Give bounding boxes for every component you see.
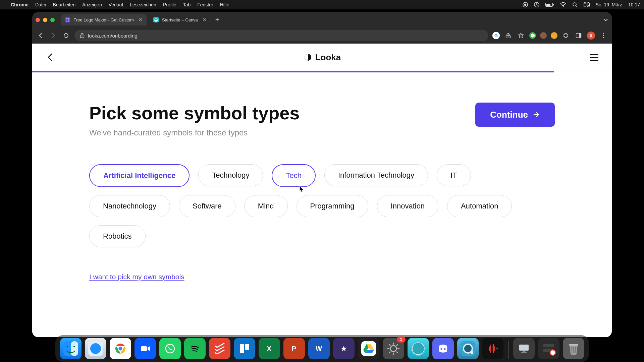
svg-rect-16: [579, 34, 581, 38]
minimize-window-button[interactable]: [43, 18, 47, 22]
close-window-button[interactable]: [36, 18, 40, 22]
close-tab-icon[interactable]: ✕: [139, 17, 143, 22]
kebab-menu-icon[interactable]: [599, 31, 608, 40]
extension-icon[interactable]: [551, 32, 557, 39]
symbol-type-chip[interactable]: Robotics: [89, 225, 146, 247]
symbol-type-chip[interactable]: Mind: [244, 195, 288, 217]
control-center-icon[interactable]: [584, 2, 590, 7]
dock-app-display[interactable]: [513, 338, 535, 359]
browser-tab-active[interactable]: ❏ Free Logo Maker - Get Custom ✕: [61, 14, 147, 25]
dock-app-zoom[interactable]: [135, 338, 156, 359]
symbol-type-chip[interactable]: Artificial Intelligence: [89, 164, 190, 187]
search-icon[interactable]: [572, 2, 578, 7]
menubar-app-name[interactable]: Chrome: [11, 2, 29, 7]
extension-icon[interactable]: [540, 32, 547, 39]
bookmark-star-icon[interactable]: [517, 31, 525, 40]
wifi-icon[interactable]: [560, 2, 566, 7]
menubar-item[interactable]: Tab: [183, 2, 191, 7]
app-back-button[interactable]: [46, 53, 55, 62]
menubar-item[interactable]: Lesezeichen: [130, 2, 156, 7]
brand-logo[interactable]: Looka: [304, 52, 341, 63]
menubar-item[interactable]: Datei: [35, 2, 46, 7]
symbol-type-chip[interactable]: Tech: [272, 164, 315, 187]
dock-app-settings[interactable]: 1: [383, 338, 404, 359]
new-tab-button[interactable]: +: [213, 16, 221, 24]
svg-rect-32: [163, 341, 177, 356]
chip-label: Tech: [286, 171, 301, 180]
dock-app-trello[interactable]: [234, 338, 255, 359]
svg-line-82: [575, 347, 576, 353]
svg-point-6: [562, 6, 563, 7]
close-tab-icon[interactable]: ✕: [203, 17, 207, 22]
dock-app-dock-folder[interactable]: [538, 338, 559, 359]
translate-icon[interactable]: G: [492, 32, 500, 39]
chip-label: IT: [450, 171, 457, 180]
menubar-item[interactable]: Anzeigen: [82, 2, 102, 7]
menubar-date[interactable]: So. 19. März: [596, 2, 622, 7]
dock-app-drive[interactable]: [358, 338, 379, 359]
dock-app-imovie[interactable]: ★: [333, 338, 355, 359]
clock-widget-icon[interactable]: [534, 2, 539, 7]
dock-app-discord[interactable]: [432, 338, 454, 359]
menubar-item[interactable]: Verlauf: [109, 2, 123, 7]
svg-rect-39: [245, 344, 249, 350]
dock-app-powerpoint[interactable]: P: [283, 338, 305, 359]
url-field[interactable]: looka.com/onboarding: [74, 30, 488, 41]
back-icon[interactable]: [36, 31, 45, 40]
svg-rect-60: [471, 351, 473, 354]
dock-app-word[interactable]: W: [308, 338, 330, 359]
window-controls: [36, 18, 55, 22]
side-panel-icon[interactable]: [574, 31, 583, 40]
menubar-item[interactable]: Hilfe: [220, 2, 229, 7]
dock-app-spotify[interactable]: [184, 338, 206, 359]
share-icon[interactable]: [504, 31, 513, 40]
battery-icon[interactable]: [545, 2, 554, 7]
symbol-type-chip[interactable]: Automation: [447, 195, 512, 217]
dock-app-finder[interactable]: [60, 338, 82, 359]
arrow-right-icon: [533, 111, 540, 118]
menubar-item[interactable]: Bearbeiten: [53, 2, 76, 7]
menubar-item[interactable]: Fenster: [197, 2, 213, 7]
dock-app-whatsapp[interactable]: [159, 338, 181, 359]
symbol-type-chip[interactable]: Programming: [297, 195, 368, 217]
page-content: Looka Pick some symbol types We've hand-…: [32, 44, 612, 337]
symbol-type-chip[interactable]: Software: [179, 195, 235, 217]
pick-own-symbols-link[interactable]: I want to pick my own symbols: [89, 273, 184, 281]
extension-icon[interactable]: [529, 32, 536, 39]
symbol-type-chip[interactable]: Innovation: [377, 195, 439, 217]
menubar-item[interactable]: Profile: [163, 2, 176, 7]
extensions-puzzle-icon[interactable]: [561, 31, 570, 40]
address-bar: looka.com/onboarding G S: [32, 27, 612, 44]
symbol-type-chips: Artificial IntelligenceTechnologyTechInf…: [89, 164, 542, 247]
chip-label: Automation: [461, 202, 498, 210]
chip-label: Programming: [310, 202, 355, 210]
dock-app-chrome[interactable]: [110, 338, 131, 359]
svg-rect-21: [71, 341, 78, 356]
svg-point-25: [90, 343, 101, 354]
symbol-type-chip[interactable]: Information Technology: [324, 164, 428, 186]
reload-icon[interactable]: [62, 31, 70, 40]
menu-hamburger-icon[interactable]: [590, 54, 598, 61]
dock-app-audio[interactable]: [482, 338, 503, 359]
record-icon[interactable]: [523, 2, 528, 7]
svg-rect-40: [361, 341, 376, 356]
tab-overflow-icon[interactable]: [603, 17, 608, 22]
lock-icon: [80, 33, 85, 38]
continue-button[interactable]: Continue: [475, 103, 555, 127]
dock-app-excel[interactable]: X: [259, 338, 280, 359]
dock-app-quicktime[interactable]: [457, 338, 479, 359]
profile-avatar-icon[interactable]: S: [587, 32, 595, 40]
svg-rect-5: [553, 4, 554, 6]
dock-app-safari[interactable]: [85, 338, 106, 359]
browser-tab[interactable]: ◒ Startseite – Canva ✕: [149, 14, 211, 25]
chip-label: Technology: [212, 171, 249, 180]
dock-app-globe[interactable]: [408, 338, 429, 359]
dock-app-todoist[interactable]: [209, 338, 230, 359]
symbol-type-chip[interactable]: Technology: [198, 164, 263, 186]
menubar-time[interactable]: 10:17: [628, 2, 640, 7]
fullscreen-window-button[interactable]: [50, 18, 55, 22]
symbol-type-chip[interactable]: IT: [437, 164, 471, 186]
symbol-type-chip[interactable]: Nanotechnology: [89, 195, 170, 217]
dock-app-trash[interactable]: [563, 338, 584, 359]
svg-point-22: [66, 346, 68, 347]
